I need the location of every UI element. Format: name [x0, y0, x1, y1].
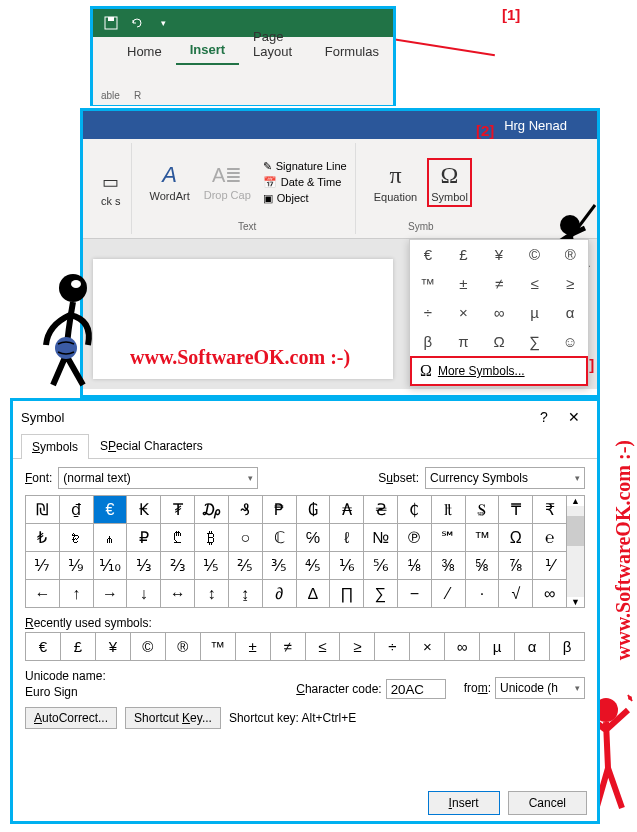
gallery-symbol[interactable]: € — [410, 240, 446, 269]
symbol-cell[interactable]: ↔ — [161, 580, 195, 608]
symbol-cell[interactable]: ⅟ — [533, 552, 567, 580]
symbol-cell[interactable]: ℓ — [330, 524, 364, 552]
symbol-cell[interactable]: ⅙ — [330, 552, 364, 580]
symbol-cell[interactable]: ₼ — [94, 524, 128, 552]
gallery-symbol[interactable]: ∑ — [517, 327, 553, 356]
symbol-cell[interactable]: ₴ — [364, 496, 398, 524]
symbol-cell[interactable]: ⅑ — [60, 552, 94, 580]
gallery-symbol[interactable]: ± — [446, 269, 482, 298]
gallery-symbol[interactable]: ≥ — [552, 269, 588, 298]
symbol-cell[interactable]: √ — [499, 580, 533, 608]
symbol-button[interactable]: ΩSymbol — [427, 158, 472, 207]
tab-insert[interactable]: Insert — [176, 36, 239, 65]
cancel-button[interactable]: Cancel — [508, 791, 587, 815]
recent-symbol-cell[interactable]: ≥ — [340, 633, 375, 661]
equation-button[interactable]: πEquation — [370, 158, 421, 207]
more-symbols-button[interactable]: Ω More Symbols... — [410, 356, 588, 386]
recent-symbol-cell[interactable]: µ — [480, 633, 515, 661]
gallery-symbol[interactable]: β — [410, 327, 446, 356]
symbol-cell[interactable]: − — [398, 580, 432, 608]
symbol-cell[interactable]: ₸ — [499, 496, 533, 524]
font-select[interactable]: (normal text)▾ — [58, 467, 258, 489]
gallery-symbol[interactable]: α — [552, 298, 588, 327]
undo-icon[interactable] — [129, 15, 145, 31]
symbol-cell[interactable]: ℗ — [398, 524, 432, 552]
signature-line-button[interactable]: ✎Signature Line — [261, 159, 349, 174]
symbol-cell[interactable]: ⅝ — [466, 552, 500, 580]
gallery-symbol[interactable]: ☺ — [552, 327, 588, 356]
recent-symbol-cell[interactable]: × — [410, 633, 445, 661]
symbol-cell[interactable]: ⅐ — [26, 552, 60, 580]
symbol-cell[interactable]: ↕ — [195, 580, 229, 608]
symbol-cell[interactable]: № — [364, 524, 398, 552]
symbol-cell[interactable]: ⅘ — [297, 552, 331, 580]
symbol-cell[interactable]: ∏ — [330, 580, 364, 608]
save-icon[interactable] — [103, 15, 119, 31]
gallery-symbol[interactable]: ® — [552, 240, 588, 269]
gallery-symbol[interactable]: © — [517, 240, 553, 269]
symbol-cell[interactable]: € — [94, 496, 128, 524]
recent-symbol-cell[interactable]: β — [550, 633, 585, 661]
gallery-symbol[interactable]: ≠ — [481, 269, 517, 298]
symbol-cell[interactable]: ℠ — [432, 524, 466, 552]
gallery-symbol[interactable]: ÷ — [410, 298, 446, 327]
symbol-cell[interactable]: ₪ — [26, 496, 60, 524]
symbol-cell[interactable]: ⅜ — [432, 552, 466, 580]
scroll-up-button[interactable]: ▲ — [567, 496, 584, 506]
recent-symbol-cell[interactable]: ≠ — [271, 633, 306, 661]
help-button[interactable]: ? — [529, 409, 559, 425]
tab-page-layout[interactable]: Page Layout — [239, 23, 311, 65]
close-button[interactable]: ✕ — [559, 409, 589, 425]
symbol-cell[interactable]: ↑ — [60, 580, 94, 608]
shortcut-key-button[interactable]: Shortcut Key... — [125, 707, 221, 729]
recent-symbol-cell[interactable]: α — [515, 633, 550, 661]
recent-symbol-cell[interactable]: ≤ — [306, 633, 341, 661]
scroll-down-button[interactable]: ▼ — [567, 597, 584, 607]
gallery-symbol[interactable]: ∞ — [481, 298, 517, 327]
symbol-cell[interactable]: ⅔ — [161, 552, 195, 580]
symbol-cell[interactable]: ₭ — [127, 496, 161, 524]
tab-symbols[interactable]: Symbols — [21, 434, 89, 459]
from-select[interactable]: Unicode (h▾ — [495, 677, 585, 699]
char-code-input[interactable] — [386, 679, 446, 699]
symbol-cell[interactable]: ₺ — [26, 524, 60, 552]
symbol-cell[interactable]: ↓ — [127, 580, 161, 608]
recent-symbol-cell[interactable]: ™ — [201, 633, 236, 661]
recent-symbol-cell[interactable]: ± — [236, 633, 271, 661]
stub-button[interactable]: ▭ck s — [97, 167, 125, 211]
wordart-button[interactable]: AWordArt — [146, 158, 194, 206]
gallery-symbol[interactable]: ≤ — [517, 269, 553, 298]
gallery-symbol[interactable]: π — [446, 327, 482, 356]
symbol-cell[interactable]: ℅ — [297, 524, 331, 552]
insert-button[interactable]: Insert — [428, 791, 500, 815]
symbol-cell[interactable]: ₵ — [398, 496, 432, 524]
symbol-cell[interactable]: ⅓ — [127, 552, 161, 580]
symbol-cell[interactable]: ₲ — [297, 496, 331, 524]
gallery-symbol[interactable]: µ — [517, 298, 553, 327]
symbol-cell[interactable]: ⅒ — [94, 552, 128, 580]
symbol-cell[interactable]: ⅞ — [499, 552, 533, 580]
symbol-cell[interactable]: → — [94, 580, 128, 608]
symbol-cell[interactable]: ⅕ — [195, 552, 229, 580]
scrollbar-track[interactable] — [567, 506, 584, 597]
subset-select[interactable]: Currency Symbols▾ — [425, 467, 585, 489]
symbol-cell[interactable]: ∙ — [466, 580, 500, 608]
gallery-symbol[interactable]: ™ — [410, 269, 446, 298]
symbol-cell[interactable]: ₫ — [60, 496, 94, 524]
symbol-cell[interactable]: ₮ — [161, 496, 195, 524]
symbol-cell[interactable]: ℮ — [533, 524, 567, 552]
symbol-cell[interactable]: ₹ — [533, 496, 567, 524]
symbol-cell[interactable]: ₱ — [263, 496, 297, 524]
symbol-cell[interactable]: ⅖ — [229, 552, 263, 580]
dropcap-button[interactable]: A≣Drop Cap — [200, 159, 255, 205]
scrollbar-thumb[interactable] — [567, 516, 584, 546]
autocorrect-button[interactable]: AutoCorrect... — [25, 707, 117, 729]
symbol-cell[interactable]: ₿ — [195, 524, 229, 552]
gallery-symbol[interactable]: × — [446, 298, 482, 327]
symbol-cell[interactable]: ∆ — [297, 580, 331, 608]
recent-symbol-cell[interactable]: ∞ — [445, 633, 480, 661]
symbol-cell[interactable]: ₳ — [330, 496, 364, 524]
symbol-cell[interactable]: ℂ — [263, 524, 297, 552]
recent-symbol-cell[interactable]: ¥ — [96, 633, 131, 661]
qat-dropdown-icon[interactable]: ▾ — [155, 15, 171, 31]
